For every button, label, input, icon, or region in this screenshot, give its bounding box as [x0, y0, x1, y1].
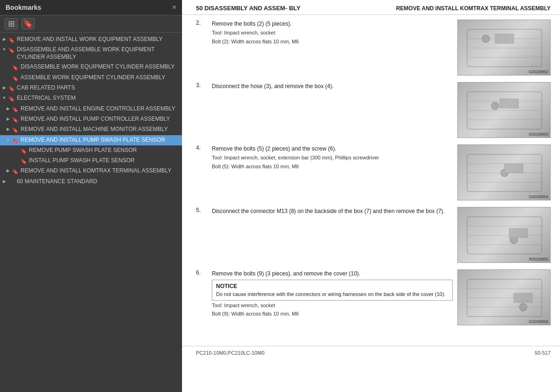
step-title-4: Disconnect the connector M13 (8) on the …: [212, 207, 453, 215]
step-image-label-1: G0028852: [529, 69, 548, 74]
notice-box-5: NOTICEDo not cause interference with the…: [212, 280, 453, 301]
expand-arrow-right-machine-monitor[interactable]: [4, 126, 12, 132]
bookmark-icon-assemble-cylinder[interactable]: 🔖: [12, 74, 21, 82]
tree-item-label-electrical-system: ELECTRICAL SYSTEM: [17, 95, 179, 102]
step-text-2: Disconnect the hose (3), and remove the …: [212, 82, 453, 90]
step-image-inner-4: [458, 207, 550, 262]
sidebar-header: Bookmarks ×: [0, 0, 182, 15]
expand-arrow-down-electrical-system[interactable]: [0, 95, 8, 101]
expand-arrow-right-komtrax[interactable]: [4, 167, 12, 174]
step-image-label-5: G0028856: [529, 319, 548, 324]
tree-item-machine-monitor[interactable]: 🔖REMOVE AND INSTALL MACHINE MONITOR ASSE…: [0, 124, 182, 135]
sidebar-toolbar: ⊞ 🔖: [0, 15, 182, 33]
step-text-1: Remove the bolts (2) (5 pieces).Tool: Im…: [212, 20, 453, 45]
tree-item-assemble-cylinder[interactable]: 🔖ASSEMBLE WORK EQUIPMENT CYLINDER ASSEMB…: [0, 73, 182, 83]
step-title-5: Remove the bolts (9) (3 pieces), and rem…: [212, 269, 453, 278]
step-image-3: G0028854: [457, 144, 551, 200]
step-number-3: 4.: [196, 144, 207, 151]
svg-point-10: [491, 102, 499, 110]
close-button[interactable]: ×: [172, 4, 176, 11]
tree-item-electrical-system[interactable]: 🔖ELECTRICAL SYSTEM: [0, 93, 182, 103]
bookmark-icon-pump-controller[interactable]: 🔖: [12, 116, 21, 123]
step-row-2: 3.Disconnect the hose (3), and remove th…: [196, 82, 551, 138]
tree-item-disassemble-cylinder[interactable]: 🔖DISASSEMBLE WORK EQUIPMENT CYLINDER ASS…: [0, 62, 182, 72]
step-text-5: Remove the bolts (9) (3 pieces), and rem…: [212, 269, 453, 318]
tree-item-label-assemble-cylinder: ASSEMBLE WORK EQUIPMENT CYLINDER ASSEMBL…: [21, 74, 179, 82]
step-detail-5-1: Bolt (9): Width across flats 10 mm, M6: [212, 310, 453, 318]
step-row-1: 2.Remove the bolts (2) (5 pieces).Tool: …: [196, 20, 551, 76]
step-detail-5-0: Tool: Impact wrench, socket: [212, 302, 453, 309]
step-image-inner-3: [458, 145, 550, 200]
main-content: 50 DISASSEMBLY AND ASSEM- BLY REMOVE AND…: [182, 0, 560, 392]
expand-arrow-right-remove-install-work-equip[interactable]: [0, 36, 8, 42]
bookmark-icon-install-pump-swash[interactable]: 🔖: [21, 157, 29, 165]
svg-rect-5: [495, 34, 514, 43]
bookmark-icon-remove-pump-swash[interactable]: 🔖: [21, 147, 29, 154]
step-row-4: 5.Disconnect the connector M13 (8) on th…: [196, 207, 551, 263]
step-number-2: 3.: [196, 82, 207, 89]
bookmark-icon-disassemble-assemble-cylinder[interactable]: 🔖: [8, 46, 17, 54]
tree-item-install-pump-swash[interactable]: 🔖INSTALL PUMP SWASH PLATE SENSOR: [0, 156, 182, 166]
bookmark-icon-remove-install-work-equip[interactable]: 🔖: [8, 36, 17, 43]
tree-item-label-komtrax: REMOVE AND INSTALL KOMTRAX TERMINAL ASSE…: [21, 167, 179, 175]
sidebar: Bookmarks × ⊞ 🔖 🔖REMOVE AND INSTALL WORK…: [0, 0, 182, 392]
step-image-label-3: G0028854: [529, 194, 548, 199]
bookmark-icon-maintenance-standard[interactable]: [8, 178, 17, 179]
notice-text-5: Do not cause interference with the conne…: [216, 290, 448, 298]
svg-rect-23: [509, 228, 528, 238]
tree-item-label-maintenance-standard: 60 MAINTENANCE STANDARD: [17, 178, 179, 186]
step-row-5: 6.Remove the bolts (9) (3 pieces), and r…: [196, 269, 551, 325]
doc-body: 2.Remove the bolts (2) (5 pieces).Tool: …: [182, 15, 560, 341]
step-image-5: G0028856: [457, 269, 551, 325]
step-detail-3-1: Bolt (5): Width across flats 10 mm, M6: [212, 163, 453, 171]
tree-item-pump-controller[interactable]: 🔖REMOVE AND INSTALL PUMP CONTROLLER ASSE…: [0, 114, 182, 124]
bookmark-icon-komtrax[interactable]: 🔖: [12, 167, 21, 175]
step-image-label-4: R0028855: [529, 257, 548, 261]
tree-item-label-cab-related: CAB RELATED PARTS: [17, 84, 179, 92]
expand-arrow-right-pump-controller[interactable]: [4, 116, 12, 122]
step-image-4: R0028855: [457, 207, 551, 263]
tree-item-remove-install-work-equip[interactable]: 🔖REMOVE AND INSTALL WORK EQUIPMENT ASSEM…: [0, 34, 182, 45]
svg-rect-11: [500, 99, 518, 108]
step-image-label-2: G0028853: [529, 132, 548, 137]
bookmark-icon-machine-monitor[interactable]: 🔖: [12, 126, 21, 133]
tree-item-disassemble-assemble-cylinder[interactable]: 🔖DISASSEMBLE AND ASSEMBLE WORK EQUIPMENT…: [0, 45, 182, 62]
bookmark-icon-pump-swash-plate[interactable]: 🔖: [12, 137, 21, 144]
toolbar-grid-icon[interactable]: ⊞: [5, 18, 18, 29]
tree-item-remove-pump-swash[interactable]: 🔖REMOVE PUMP SWASH PLATE SENSOR: [0, 145, 182, 156]
step-number-1: 2.: [196, 20, 207, 26]
tree-item-label-remove-install-work-equip: REMOVE AND INSTALL WORK EQUIPMENT ASSEMB…: [17, 36, 179, 43]
sidebar-title: Bookmarks: [6, 4, 41, 11]
bookmark-icon-cab-related[interactable]: 🔖: [8, 84, 17, 92]
step-image-inner-5: [458, 270, 550, 325]
svg-point-28: [519, 303, 527, 311]
step-text-3: Remove the bolts (5) (2 pieces) and the …: [212, 144, 453, 170]
step-image-inner-1: [458, 20, 550, 75]
step-image-inner-2: [458, 83, 550, 138]
toolbar-bookmark-icon[interactable]: 🔖: [21, 18, 35, 29]
doc-subsection-title: REMOVE AND INSTALL KOMTRAX TERMINAL ASSE…: [301, 5, 551, 12]
tree-item-label-machine-monitor: REMOVE AND INSTALL MACHINE MONITOR ASSEM…: [21, 126, 179, 133]
doc-page-number: 50-517: [535, 350, 551, 356]
expand-arrow-down-disassemble-assemble-cylinder[interactable]: [0, 46, 8, 53]
tree-item-maintenance-standard[interactable]: 60 MAINTENANCE STANDARD: [0, 177, 182, 187]
svg-rect-17: [504, 164, 523, 173]
tree-item-komtrax[interactable]: 🔖REMOVE AND INSTALL KOMTRAX TERMINAL ASS…: [0, 166, 182, 176]
step-title-1: Remove the bolts (2) (5 pieces).: [212, 20, 453, 28]
expand-arrow-right-engine-controller[interactable]: [4, 105, 12, 112]
doc-header: 50 DISASSEMBLY AND ASSEM- BLY REMOVE AND…: [182, 0, 560, 15]
tree-item-cab-related[interactable]: 🔖CAB RELATED PARTS: [0, 83, 182, 93]
tree-item-label-disassemble-assemble-cylinder: DISASSEMBLE AND ASSEMBLE WORK EQUIPMENT …: [17, 46, 179, 61]
bookmark-icon-engine-controller[interactable]: 🔖: [12, 105, 21, 113]
expand-arrow-right-maintenance-standard[interactable]: [0, 178, 8, 185]
tree-item-pump-swash-plate[interactable]: 🔖REMOVE AND INSTALL PUMP SWASH PLATE SEN…: [0, 135, 182, 145]
bookmark-icon-disassemble-cylinder[interactable]: 🔖: [12, 63, 21, 71]
step-number-4: 5.: [196, 207, 207, 213]
tree-item-engine-controller[interactable]: 🔖REMOVE AND INSTALL ENGINE CONTROLLER AS…: [0, 104, 182, 114]
doc-footer: PC210-10M0,PC210LC-10M0 50-517: [182, 346, 560, 359]
expand-arrow-down-pump-swash-plate[interactable]: [4, 137, 12, 143]
tree-item-label-pump-controller: REMOVE AND INSTALL PUMP CONTROLLER ASSEM…: [21, 116, 179, 123]
bookmark-icon-electrical-system[interactable]: 🔖: [8, 95, 17, 102]
step-number-5: 6.: [196, 269, 207, 276]
expand-arrow-right-cab-related[interactable]: [0, 84, 8, 91]
